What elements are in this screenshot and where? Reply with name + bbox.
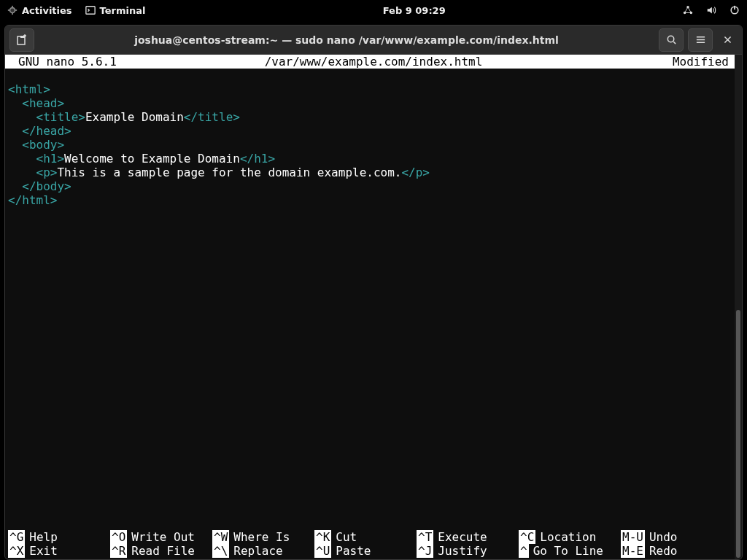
svg-point-14 [667, 36, 673, 42]
app-menu[interactable]: Terminal [85, 5, 146, 16]
activities-label: Activities [22, 5, 72, 16]
shortcut-cut: ^KCut [314, 530, 417, 544]
terminal-icon [85, 5, 96, 15]
clock[interactable]: Feb 9 09:29 [383, 5, 446, 16]
code-tag: <body> [8, 138, 64, 152]
svg-rect-4 [8, 9, 10, 11]
window-title: joshua@centos-stream:~ — sudo nano /var/… [34, 34, 659, 46]
activities-button[interactable]: Activities [7, 5, 72, 16]
code-tag: </title> [184, 110, 240, 124]
app-menu-label: Terminal [100, 5, 146, 16]
new-tab-button[interactable] [9, 28, 34, 52]
volume-icon[interactable] [706, 5, 716, 15]
code-tag: </body> [8, 179, 71, 193]
nano-shortcut-bar: ^GHelp ^OWrite Out ^WWhere Is ^KCut ^TEx… [5, 530, 742, 559]
close-icon [723, 35, 732, 44]
nano-file-label: /var/www/example.com/index.html [5, 55, 742, 69]
svg-rect-11 [734, 6, 735, 9]
code-text: Example Domain [85, 110, 184, 124]
shortcut-whereis: ^WWhere Is [212, 530, 314, 544]
svg-rect-2 [12, 6, 13, 8]
hamburger-menu-button[interactable] [688, 28, 713, 52]
shortcut-gotoline: ^ Go To Line [519, 544, 621, 558]
clock-label: Feb 9 09:29 [383, 5, 446, 16]
gnome-top-bar: Activities Terminal Feb 9 09:29 [0, 0, 747, 20]
hamburger-icon [695, 34, 706, 45]
nano-editor-content[interactable]: <html> <head> <title>Example Domain</tit… [5, 69, 742, 221]
nano-status-label: Modified [673, 55, 729, 69]
power-icon[interactable] [729, 5, 740, 15]
new-tab-icon [16, 34, 28, 46]
scrollbar[interactable] [735, 55, 742, 559]
shortcut-execute: ^TExecute [417, 530, 519, 544]
shortcut-replace: ^\Replace [212, 544, 314, 558]
code-tag: </head> [8, 124, 71, 138]
shortcut-readfile: ^RRead File [110, 544, 212, 558]
code-tag: <html> [8, 82, 50, 96]
code-tag: </h1> [240, 152, 275, 166]
code-text: This is a sample page for the domain exa… [57, 166, 401, 179]
shortcut-help: ^GHelp [8, 530, 110, 544]
shortcut-undo: M-UUndo [621, 530, 701, 544]
titlebar: joshua@centos-stream:~ — sudo nano /var/… [5, 26, 742, 55]
shortcut-redo: M-ERedo [621, 544, 701, 558]
svg-rect-6 [85, 7, 94, 15]
code-tag: </p> [401, 166, 430, 179]
code-tag: <p> [8, 166, 57, 179]
code-tag: <title> [8, 110, 85, 124]
search-button[interactable] [659, 28, 684, 52]
svg-rect-5 [15, 9, 18, 11]
shortcut-location: ^CLocation [519, 530, 621, 544]
search-icon [666, 34, 677, 45]
shortcut-exit: ^XExit [8, 544, 110, 558]
activities-icon [7, 5, 18, 15]
nano-header-bar: GNU nano 5.6.1 /var/www/example.com/inde… [5, 55, 742, 69]
code-tag: <h1> [8, 152, 64, 166]
network-icon[interactable] [683, 5, 693, 15]
close-button[interactable] [717, 30, 738, 50]
svg-point-1 [10, 8, 14, 12]
shortcut-writeout: ^OWrite Out [110, 530, 212, 544]
terminal-window: joshua@centos-stream:~ — sudo nano /var/… [4, 25, 743, 560]
terminal-viewport[interactable]: GNU nano 5.6.1 /var/www/example.com/inde… [5, 55, 742, 559]
code-text: Welcome to Example Domain [64, 152, 240, 166]
shortcut-paste: ^UPaste [314, 544, 417, 558]
code-tag: </html> [8, 193, 57, 207]
shortcut-justify: ^JJustify [417, 544, 519, 558]
svg-rect-3 [12, 13, 13, 15]
code-tag: <head> [8, 96, 64, 110]
